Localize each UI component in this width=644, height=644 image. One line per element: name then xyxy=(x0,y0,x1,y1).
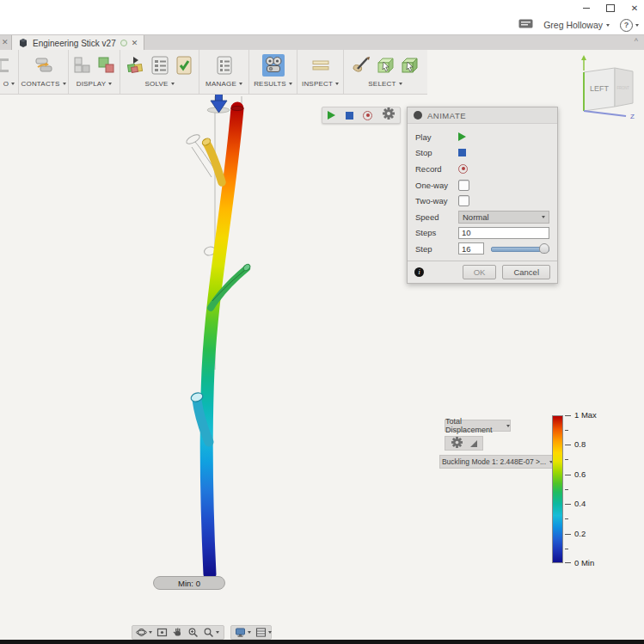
constraints-icon[interactable] xyxy=(0,54,19,77)
step-input[interactable] xyxy=(458,242,484,255)
legend-tick xyxy=(565,489,568,490)
pan-tool[interactable] xyxy=(172,627,183,638)
dialog-grip-icon[interactable] xyxy=(414,111,422,120)
solve-details-icon[interactable] xyxy=(149,54,171,77)
close-icon: ✕ xyxy=(631,3,638,13)
info-icon[interactable]: i xyxy=(414,267,424,277)
animate-dialog-header[interactable]: ANIMATE xyxy=(408,107,557,124)
contacts-icon[interactable] xyxy=(33,54,55,77)
legend-tick xyxy=(565,475,571,475)
stop-button[interactable] xyxy=(458,149,466,156)
precheck-icon[interactable] xyxy=(173,54,195,77)
document-tab-bar: ✕ Engineering Stick v27 ✕ ^ xyxy=(0,34,644,50)
buckling-mode-label: Buckling Mode 1: 2.448E-07 >... xyxy=(442,457,546,466)
result-type-dropdown[interactable]: Total Displacement xyxy=(445,420,511,432)
collapse-toolbar-icon[interactable]: ^ xyxy=(635,37,638,46)
legend-settings-gear-icon[interactable] xyxy=(451,437,463,450)
record-icon[interactable] xyxy=(363,111,372,120)
unsaved-indicator-icon xyxy=(120,40,127,46)
min-value-tag: Min: 0 xyxy=(153,576,225,590)
deformation-scale-icon[interactable] xyxy=(470,440,477,447)
app-window: ✕ Greg Holloway ? ✕ Engineering Stick v2… xyxy=(0,0,644,644)
z-axis xyxy=(584,111,626,116)
help-menu[interactable]: ? xyxy=(620,19,639,32)
view-cube[interactable]: LEFT FRONT Z xyxy=(576,53,640,119)
steps-input[interactable] xyxy=(458,227,549,239)
play-icon[interactable] xyxy=(328,111,335,120)
display-blocks-icon[interactable] xyxy=(71,54,94,77)
ribbon-group-inspect[interactable]: INSPECT xyxy=(297,50,344,94)
grid-layout-tool[interactable] xyxy=(255,627,272,638)
dropdown-caret-icon xyxy=(11,83,15,85)
select-paint-icon[interactable] xyxy=(350,54,372,77)
look-at-tool[interactable] xyxy=(156,627,168,638)
zoom-tool[interactable] xyxy=(187,627,199,638)
dropdown-caret-icon xyxy=(542,216,545,218)
oneway-checkbox[interactable] xyxy=(458,180,469,191)
ribbon-group-clipped[interactable]: O xyxy=(0,50,19,94)
cancel-button[interactable]: Cancel xyxy=(502,265,550,279)
ribbon-group-display[interactable]: DISPLAY xyxy=(69,50,120,94)
ribbon-group-contacts[interactable]: CONTACTS xyxy=(19,50,69,94)
taskbar-strip xyxy=(0,640,644,644)
ribbon-group-solve[interactable]: SOLVE xyxy=(120,50,199,94)
dropdown-caret-icon xyxy=(149,631,152,634)
legend-colorbar xyxy=(552,415,563,563)
close-button[interactable]: ✕ xyxy=(629,2,641,14)
speed-value: Normal xyxy=(463,212,489,222)
legend-label-max: 1 Max xyxy=(574,411,609,420)
row-steps: Steps xyxy=(408,225,557,242)
step-slider[interactable] xyxy=(491,243,549,254)
legend-tick xyxy=(565,459,568,460)
result-type-label: Total Displacement xyxy=(445,417,503,434)
select-freeform-icon[interactable] xyxy=(398,54,420,77)
dropdown-caret-icon xyxy=(506,425,510,427)
ribbon-group-label: O xyxy=(3,80,9,88)
help-icon: ? xyxy=(620,19,633,32)
display-compare-icon[interactable] xyxy=(95,54,118,77)
orbit-tool[interactable] xyxy=(136,627,152,638)
speed-label: Speed xyxy=(415,212,458,222)
dropdown-caret-icon xyxy=(108,83,112,85)
notifications-icon[interactable] xyxy=(518,17,533,33)
speed-dropdown[interactable]: Normal xyxy=(458,211,549,224)
maximize-button[interactable] xyxy=(604,2,616,14)
minimize-button[interactable] xyxy=(580,2,592,14)
play-button[interactable] xyxy=(458,132,466,141)
legend-options-group xyxy=(445,436,483,451)
inspect-icon[interactable] xyxy=(310,54,332,77)
user-menu[interactable]: Greg Holloway xyxy=(543,20,610,30)
maximize-icon xyxy=(606,4,615,12)
slider-thumb[interactable] xyxy=(539,243,549,254)
viewcube-side-label: FRONT xyxy=(616,84,629,90)
legend-label: 0.8 xyxy=(574,440,609,449)
ribbon-group-select[interactable]: SELECT xyxy=(344,50,426,94)
select-window-icon[interactable] xyxy=(374,54,396,77)
dropdown-caret-icon xyxy=(399,83,402,85)
steps-label: Steps xyxy=(415,228,458,237)
row-speed: Speed Normal xyxy=(408,209,557,225)
solve-icon[interactable] xyxy=(125,54,147,77)
manage-icon[interactable] xyxy=(213,54,236,77)
zoom-window-tool[interactable] xyxy=(203,627,219,638)
animate-results-icon[interactable] xyxy=(262,54,285,77)
buckling-mode-dropdown[interactable]: Buckling Mode 1: 2.448E-07 >... xyxy=(439,455,555,469)
ribbon-group-label: CONTACTS xyxy=(21,80,59,88)
row-record: Record xyxy=(408,161,557,177)
ribbon-group-manage[interactable]: MANAGE xyxy=(199,50,249,94)
navigation-toolbar xyxy=(132,625,224,640)
display-settings-tool[interactable] xyxy=(235,627,251,638)
stop-icon[interactable] xyxy=(346,112,353,120)
record-button[interactable] xyxy=(458,164,468,174)
step-label: Step xyxy=(415,244,458,254)
ribbon-group-label: SOLVE xyxy=(144,80,168,88)
previous-tab-close[interactable]: ✕ xyxy=(2,38,9,46)
settings-gear-icon[interactable] xyxy=(383,107,395,123)
document-tab[interactable]: Engineering Stick v27 ✕ xyxy=(11,35,144,51)
ok-button[interactable]: OK xyxy=(463,265,497,279)
tab-close-icon[interactable]: ✕ xyxy=(132,39,138,47)
legend-tick xyxy=(565,445,571,445)
ribbon-group-label: INSPECT xyxy=(302,80,333,88)
twoway-checkbox[interactable] xyxy=(458,195,469,206)
ribbon-group-results[interactable]: RESULTS xyxy=(249,50,297,94)
